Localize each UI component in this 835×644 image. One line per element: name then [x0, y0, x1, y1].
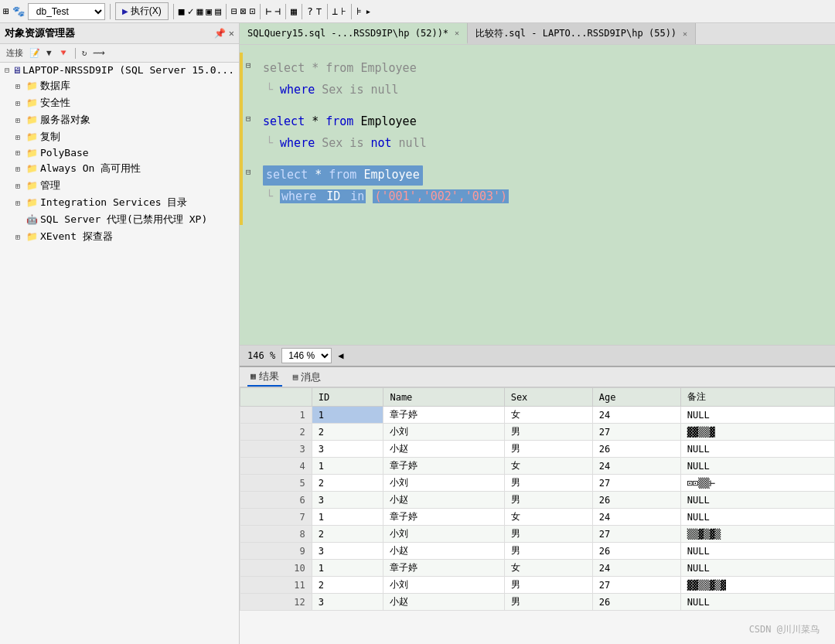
server-node[interactable]: ⊟ 🖥 LAPTOP-NRSSD9IP (SQL Server 15.0... — [0, 63, 239, 77]
connect-label[interactable]: 连接 — [5, 46, 25, 60]
col-name[interactable]: Name — [383, 388, 504, 407]
close-sidebar-icon[interactable]: ✕ — [229, 28, 234, 39]
fold-btn-3[interactable]: ⊟ — [246, 167, 251, 177]
cell-note[interactable]: NULL — [680, 458, 834, 475]
sidebar-item-integration[interactable]: ⊞ 📁 Integration Services 目录 — [0, 194, 239, 211]
cell-name[interactable]: 小赵 — [383, 543, 504, 560]
cell-note[interactable]: ▒▒▓▒▓▒ — [680, 526, 834, 543]
sidebar-item-replication[interactable]: ⊞ 📁 复制 — [0, 128, 239, 145]
cell-id[interactable]: 3 — [312, 492, 383, 509]
cell-age[interactable]: 24 — [592, 560, 680, 577]
fold-btn-1[interactable]: ⊟ — [246, 60, 251, 70]
cell-note[interactable]: ▓▓▒▒▓ — [680, 424, 834, 441]
results-table-wrapper[interactable]: ID Name Sex Age 备注 11章子婷女24NULL22小刘男27▓▓… — [240, 387, 835, 644]
sidebar-item-security[interactable]: ⊞ 📁 安全性 — [0, 94, 239, 111]
tab-close-icon2[interactable]: ✕ — [683, 29, 687, 38]
cell-name[interactable]: 小刘 — [383, 475, 504, 492]
cell-sex[interactable]: 男 — [504, 492, 592, 509]
cell-age[interactable]: 24 — [592, 458, 680, 475]
cell-note[interactable]: NULL — [680, 594, 834, 611]
cell-sex[interactable]: 男 — [504, 441, 592, 458]
cell-name[interactable]: 章子婷 — [383, 509, 504, 526]
sidebar-item-sqlagent[interactable]: 🤖 SQL Server 代理(已禁用代理 XP) — [0, 211, 239, 228]
sidebar-item-alwayson[interactable]: ⊞ 📁 Always On 高可用性 — [0, 160, 239, 177]
col-sex[interactable]: Sex — [504, 388, 592, 407]
cell-id[interactable]: 2 — [312, 526, 383, 543]
sidebar-item-polybase[interactable]: ⊞ 📁 PolyBase — [0, 145, 239, 160]
cell-age[interactable]: 24 — [592, 509, 680, 526]
zoom-select[interactable]: 146 % — [281, 348, 332, 363]
cell-note[interactable]: NULL — [680, 560, 834, 577]
cell-sex[interactable]: 女 — [504, 407, 592, 424]
cell-age[interactable]: 27 — [592, 475, 680, 492]
database-selector[interactable]: db_Testdb_Test — [28, 3, 105, 20]
cell-age[interactable]: 26 — [592, 441, 680, 458]
cell-id[interactable]: 2 — [312, 577, 383, 594]
cell-note[interactable]: NULL — [680, 407, 834, 424]
filter2-icon[interactable]: 🔻 — [56, 47, 70, 59]
cell-note[interactable]: ⊡⊡▒▒⊢ — [680, 475, 834, 492]
cell-id[interactable]: 3 — [312, 543, 383, 560]
cell-age[interactable]: 26 — [592, 543, 680, 560]
cell-age[interactable]: 26 — [592, 492, 680, 509]
cell-name[interactable]: 小刘 — [383, 577, 504, 594]
cell-note[interactable]: NULL — [680, 492, 834, 509]
cell-id[interactable]: 2 — [312, 424, 383, 441]
cell-name[interactable]: 章子婷 — [383, 407, 504, 424]
col-id[interactable]: ID — [312, 388, 383, 407]
cell-note[interactable]: NULL — [680, 441, 834, 458]
editor-area[interactable]: ⊟ select * from Employee └ where Sex is … — [240, 45, 835, 345]
scroll-left-icon[interactable]: ◀ — [338, 350, 343, 361]
refresh-icon[interactable]: ↻ — [80, 47, 89, 59]
sidebar-item-server-objects[interactable]: ⊞ 📁 服务器对象 — [0, 111, 239, 128]
cell-id[interactable]: 3 — [312, 441, 383, 458]
cell-age[interactable]: 27 — [592, 577, 680, 594]
pin-icon[interactable]: 📌 — [214, 28, 226, 39]
tab-bijiao[interactable]: 比较符.sql - LAPTO...RSSD9IP\hp (55)) ✕ — [468, 23, 696, 44]
cell-name[interactable]: 小赵 — [383, 594, 504, 611]
cell-age[interactable]: 26 — [592, 594, 680, 611]
sidebar-item-databases[interactable]: ⊞ 📁 数据库 — [0, 77, 239, 94]
cell-id[interactable]: 1 — [312, 458, 383, 475]
table-row: 112小刘男27▓▓▒▒▓▒▓ — [240, 577, 835, 594]
results-tab-results[interactable]: ▦ 结果 — [247, 368, 282, 387]
cell-sex[interactable]: 女 — [504, 509, 592, 526]
tab-close-icon[interactable]: ✕ — [455, 29, 459, 37]
fold-btn-2[interactable]: ⊟ — [246, 114, 251, 124]
tab-sqlquery15[interactable]: SQLQuery15.sql -...RSSD9IP\hp (52))* ✕ — [240, 23, 468, 44]
cell-name[interactable]: 章子婷 — [383, 458, 504, 475]
cell-id[interactable]: 1 — [312, 407, 383, 424]
cell-sex[interactable]: 女 — [504, 560, 592, 577]
cell-age[interactable]: 27 — [592, 424, 680, 441]
cell-name[interactable]: 小赵 — [383, 441, 504, 458]
cell-age[interactable]: 27 — [592, 526, 680, 543]
sidebar-item-management[interactable]: ⊞ 📁 管理 — [0, 177, 239, 194]
cell-sex[interactable]: 男 — [504, 577, 592, 594]
cell-name[interactable]: 小刘 — [383, 424, 504, 441]
cell-sex[interactable]: 男 — [504, 475, 592, 492]
col-note[interactable]: 备注 — [680, 388, 834, 407]
cell-note[interactable]: NULL — [680, 509, 834, 526]
cell-sex[interactable]: 男 — [504, 543, 592, 560]
results-tab-messages[interactable]: ▤ 消息 — [290, 369, 325, 386]
cell-sex[interactable]: 男 — [504, 526, 592, 543]
cell-sex[interactable]: 男 — [504, 594, 592, 611]
cell-sex[interactable]: 男 — [504, 424, 592, 441]
filter-icon[interactable]: ▼ — [45, 47, 53, 59]
col-age[interactable]: Age — [592, 388, 680, 407]
execute-button[interactable]: ▶ 执行(X) — [115, 2, 169, 20]
cell-id[interactable]: 1 — [312, 560, 383, 577]
cell-id[interactable]: 3 — [312, 594, 383, 611]
cell-age[interactable]: 24 — [592, 407, 680, 424]
cell-note[interactable]: ▓▓▒▒▓▒▓ — [680, 577, 834, 594]
cell-name[interactable]: 章子婷 — [383, 560, 504, 577]
new-query-icon[interactable]: 📝 — [28, 47, 42, 59]
sidebar-item-xevent[interactable]: ⊞ 📁 XEvent 探查器 — [0, 228, 239, 245]
cell-note[interactable]: NULL — [680, 543, 834, 560]
cell-sex[interactable]: 女 — [504, 458, 592, 475]
activity-icon[interactable]: ⟿ — [91, 47, 107, 59]
cell-id[interactable]: 1 — [312, 509, 383, 526]
cell-name[interactable]: 小赵 — [383, 492, 504, 509]
cell-name[interactable]: 小刘 — [383, 526, 504, 543]
cell-id[interactable]: 2 — [312, 475, 383, 492]
